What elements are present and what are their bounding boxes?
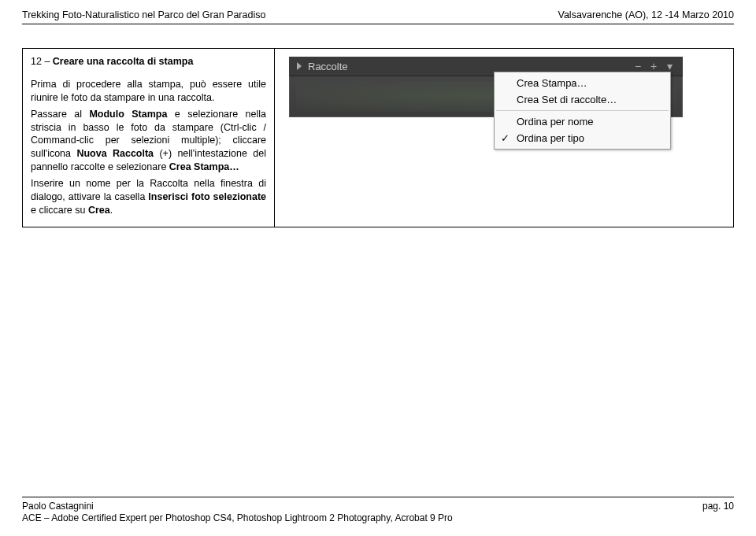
p3-seg3: . [110, 205, 113, 216]
footer-author: Paolo Castagnini [22, 501, 453, 513]
page-footer: Paolo Castagnini ACE – Adobe Certified E… [22, 497, 734, 525]
step-title: 12 – Creare una raccolta di stampa [31, 55, 266, 68]
paragraph-2: Passare al Modulo Stampa e selezionare n… [31, 108, 266, 174]
step-dash: – [44, 56, 50, 67]
step-heading: Creare una raccolta di stampa [53, 56, 194, 67]
footer-cert: ACE – Adobe Certified Expert per Photosh… [22, 512, 453, 525]
paragraph-1: Prima di procedere alla stampa, può esse… [31, 78, 266, 105]
p3-bold1: Inserisci foto selezionate [148, 191, 266, 202]
add-button[interactable]: + [648, 60, 659, 72]
instructions-column: 12 – Creare una raccolta di stampa Prima… [23, 49, 275, 227]
p3-seg2: e cliccare su [31, 205, 88, 216]
page-number: pag. 10 [702, 501, 734, 512]
content-row: 12 – Creare una raccolta di stampa Prima… [22, 48, 734, 227]
menu-separator [496, 110, 669, 111]
check-icon: ✓ [501, 132, 510, 144]
p2-seg1: Passare al [31, 109, 89, 120]
menu-ordina-tipo[interactable]: ✓ Ordina per tipo [495, 130, 670, 146]
context-menu: Crea Stampa… Crea Set di raccolte… Ordin… [494, 72, 671, 150]
expand-icon[interactable] [297, 62, 302, 70]
p3-bold2: Crea [88, 205, 110, 216]
header-right: Valsavarenche (AO), 12 -14 Marzo 2010 [558, 9, 735, 20]
step-number: 12 [31, 56, 42, 67]
p2-bold1: Modulo Stampa [89, 109, 167, 120]
menu-crea-set[interactable]: Crea Set di raccolte… [495, 91, 670, 108]
remove-button[interactable]: − [632, 60, 643, 72]
chevron-down-icon[interactable]: ▾ [664, 60, 675, 72]
panel-title: Raccolte [308, 61, 348, 72]
p2-bold2: Nuova Raccolta [76, 148, 154, 159]
p2-bold3: Crea Stampa… [169, 161, 239, 172]
menu-ordina-nome[interactable]: Ordina per nome [495, 113, 670, 130]
lightroom-screenshot: Raccolte − + ▾ Crea Stampa… Crea Set di … [289, 57, 683, 150]
paragraph-3: Inserire un nome per la Raccolta nella f… [31, 177, 266, 217]
menu-crea-stampa[interactable]: Crea Stampa… [495, 75, 670, 91]
header-left: Trekking Foto-Naturalistico nel Parco de… [22, 9, 265, 20]
screenshot-column: Raccolte − + ▾ Crea Stampa… Crea Set di … [275, 49, 733, 227]
menu-ordina-tipo-label: Ordina per tipo [517, 132, 584, 144]
